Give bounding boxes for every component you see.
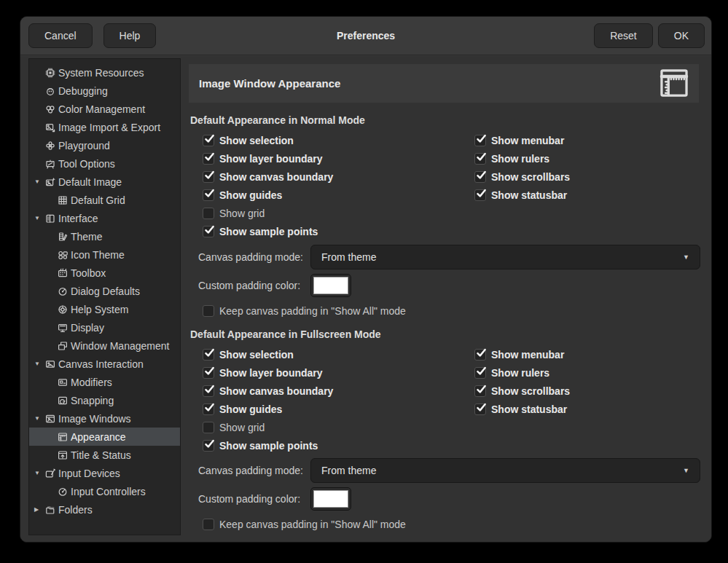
sidebar-item-folders[interactable]: ▶Folders bbox=[29, 500, 180, 519]
sidebar-item-system-resources[interactable]: System Resources bbox=[29, 63, 180, 82]
checkbox-row-show-selection[interactable]: Show selection bbox=[203, 345, 474, 363]
tool-options-icon bbox=[44, 158, 56, 170]
sidebar-item-interface[interactable]: ▼Interface bbox=[29, 209, 180, 227]
show-sample-points-checkbox[interactable] bbox=[203, 226, 214, 237]
checkbox-row-show-rulers[interactable]: Show rulers bbox=[474, 149, 700, 168]
titlebar[interactable]: Cancel Help Preferences Reset OK bbox=[20, 17, 711, 55]
help-button[interactable]: Help bbox=[103, 23, 157, 48]
canvas-padding-mode-select-fullscreen[interactable]: From theme ▼ bbox=[310, 458, 700, 483]
checkbox-label: Show menubar bbox=[491, 349, 564, 361]
sidebar-item-label: Title & Status bbox=[71, 449, 131, 461]
show-statusbar-checkbox[interactable] bbox=[474, 189, 486, 201]
toolbox-icon bbox=[57, 267, 69, 279]
canvas-padding-mode-label: Canvas padding mode: bbox=[198, 251, 310, 263]
input-devices-icon bbox=[44, 468, 56, 479]
show-canvas-boundary-checkbox[interactable] bbox=[203, 385, 214, 397]
show-guides-checkbox[interactable] bbox=[203, 403, 214, 415]
sidebar-item-title-and-status[interactable]: Title & Status bbox=[29, 446, 180, 464]
normal-keep-padding-row[interactable]: Keep canvas padding in "Show All" mode bbox=[203, 302, 700, 320]
sidebar-item-display[interactable]: Display bbox=[29, 318, 180, 336]
sidebar-item-debugging[interactable]: Debugging bbox=[29, 82, 180, 100]
sidebar-item-snapping[interactable]: Snapping bbox=[29, 391, 180, 409]
sidebar-item-default-image[interactable]: ▼Default Image bbox=[29, 173, 180, 191]
checkbox-label: Show scrollbars bbox=[491, 385, 570, 397]
ok-button[interactable]: OK bbox=[658, 23, 705, 48]
chevron-down-icon[interactable]: ▼ bbox=[34, 361, 44, 367]
fullscreen-keep-padding-row[interactable]: Keep canvas padding in "Show All" mode bbox=[203, 515, 700, 533]
default-grid-icon bbox=[57, 194, 69, 206]
sidebar-list: System ResourcesDebuggingColor Managemen… bbox=[29, 59, 180, 519]
custom-padding-color-swatch-fullscreen[interactable] bbox=[310, 487, 351, 511]
show-menubar-checkbox[interactable] bbox=[474, 135, 486, 146]
checkbox-row-show-statusbar[interactable]: Show statusbar bbox=[474, 400, 700, 418]
sidebar-item-toolbox[interactable]: Toolbox bbox=[29, 264, 180, 282]
show-rulers-checkbox[interactable] bbox=[474, 153, 486, 165]
chevron-down-icon[interactable]: ▼ bbox=[34, 178, 44, 185]
show-canvas-boundary-checkbox[interactable] bbox=[203, 171, 214, 183]
show-menubar-checkbox[interactable] bbox=[474, 349, 486, 361]
custom-padding-color-swatch[interactable] bbox=[310, 274, 351, 297]
show-sample-points-checkbox[interactable] bbox=[203, 440, 214, 452]
chevron-right-icon[interactable]: ▶ bbox=[34, 506, 44, 513]
sidebar-item-input-controllers[interactable]: Input Controllers bbox=[29, 482, 180, 500]
keep-canvas-padding-checkbox[interactable] bbox=[203, 305, 214, 317]
show-scrollbars-checkbox[interactable] bbox=[474, 171, 486, 183]
reset-button[interactable]: Reset bbox=[594, 23, 653, 48]
sidebar-item-icon-theme[interactable]: Icon Theme bbox=[29, 245, 180, 264]
show-statusbar-checkbox[interactable] bbox=[474, 403, 486, 415]
canvas-padding-mode-select[interactable]: From theme ▼ bbox=[310, 245, 700, 269]
checkbox-row-show-guides[interactable]: Show guides bbox=[203, 400, 474, 418]
keep-canvas-padding-checkbox-fullscreen[interactable] bbox=[203, 519, 214, 530]
checkbox-row-show-menubar[interactable]: Show menubar bbox=[474, 131, 700, 149]
preferences-category-tree[interactable]: System ResourcesDebuggingColor Managemen… bbox=[28, 58, 181, 535]
sidebar-item-canvas-interaction[interactable]: ▼Canvas Interaction bbox=[29, 355, 180, 373]
help-system-icon bbox=[57, 304, 69, 315]
checkbox-row-show-grid[interactable]: Show grid bbox=[203, 418, 474, 436]
checkbox-row-show-canvas-boundary[interactable]: Show canvas boundary bbox=[203, 382, 474, 400]
chevron-down-icon[interactable]: ▼ bbox=[34, 470, 44, 476]
sidebar-item-image-windows[interactable]: ▼Image Windows bbox=[29, 409, 180, 428]
show-selection-checkbox[interactable] bbox=[203, 349, 214, 361]
sidebar-item-playground[interactable]: Playground bbox=[29, 136, 180, 154]
checkbox-row-show-layer-boundary[interactable]: Show layer boundary bbox=[203, 363, 474, 382]
cancel-button[interactable]: Cancel bbox=[28, 23, 93, 48]
sidebar-item-default-grid[interactable]: Default Grid bbox=[29, 191, 180, 209]
sidebar-item-dialog-defaults[interactable]: Dialog Defaults bbox=[29, 282, 180, 300]
image-window-appearance-icon bbox=[658, 67, 690, 99]
show-grid-checkbox[interactable] bbox=[203, 422, 214, 433]
checkbox-row-show-canvas-boundary[interactable]: Show canvas boundary bbox=[203, 168, 474, 186]
show-layer-boundary-checkbox[interactable] bbox=[203, 367, 214, 379]
checkbox-row-show-scrollbars[interactable]: Show scrollbars bbox=[474, 168, 700, 186]
sidebar-item-theme[interactable]: Theme bbox=[29, 227, 180, 245]
appearance-settings-panel: Image Window Appearance Default Appearan… bbox=[189, 56, 700, 542]
fullscreen-padding-color-row: Custom padding color: bbox=[189, 487, 700, 511]
checkbox-row-show-layer-boundary[interactable]: Show layer boundary bbox=[203, 149, 474, 168]
chevron-down-icon[interactable]: ▼ bbox=[34, 415, 44, 422]
sidebar-item-modifiers[interactable]: Modifiers bbox=[29, 373, 180, 391]
checkbox-row-show-sample-points[interactable]: Show sample points bbox=[203, 222, 474, 240]
checkbox-row-show-rulers[interactable]: Show rulers bbox=[474, 363, 700, 382]
sidebar-item-tool-options[interactable]: Tool Options bbox=[29, 154, 180, 173]
checkbox-row-show-guides[interactable]: Show guides bbox=[203, 186, 474, 204]
show-scrollbars-checkbox[interactable] bbox=[474, 385, 486, 397]
sidebar-item-image-import-and-export[interactable]: Image Import & Export bbox=[29, 118, 180, 136]
show-selection-checkbox[interactable] bbox=[203, 135, 214, 146]
show-layer-boundary-checkbox[interactable] bbox=[203, 153, 214, 165]
show-grid-checkbox[interactable] bbox=[203, 208, 214, 219]
sidebar-item-help-system[interactable]: Help System bbox=[29, 300, 180, 318]
checkbox-row-show-selection[interactable]: Show selection bbox=[203, 131, 474, 149]
show-rulers-checkbox[interactable] bbox=[474, 367, 486, 379]
chevron-down-icon[interactable]: ▼ bbox=[34, 215, 44, 221]
normal-left-column: Show selectionShow layer boundaryShow ca… bbox=[203, 131, 474, 240]
checkbox-row-show-menubar[interactable]: Show menubar bbox=[474, 345, 700, 363]
checkbox-row-show-scrollbars[interactable]: Show scrollbars bbox=[474, 382, 700, 400]
sidebar-item-input-devices[interactable]: ▼Input Devices bbox=[29, 464, 180, 482]
checkbox-row-show-sample-points[interactable]: Show sample points bbox=[203, 436, 474, 454]
checkbox-row-show-statusbar[interactable]: Show statusbar bbox=[474, 186, 700, 204]
sidebar-item-label: Canvas Interaction bbox=[58, 358, 144, 370]
sidebar-item-appearance[interactable]: Appearance bbox=[29, 428, 180, 446]
sidebar-item-color-management[interactable]: Color Management bbox=[29, 100, 180, 118]
show-guides-checkbox[interactable] bbox=[203, 189, 214, 201]
sidebar-item-window-management[interactable]: Window Management bbox=[29, 336, 180, 355]
checkbox-row-show-grid[interactable]: Show grid bbox=[203, 204, 474, 222]
